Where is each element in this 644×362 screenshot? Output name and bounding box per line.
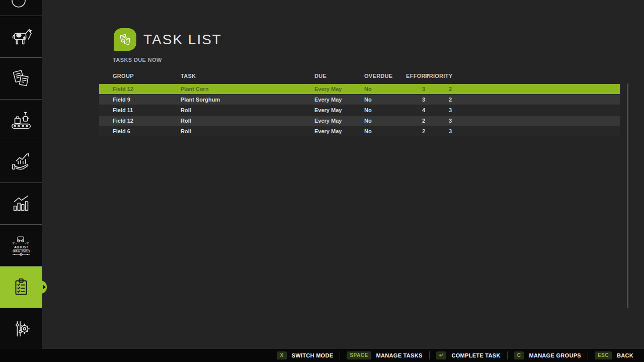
sidebar-item-contracts[interactable] — [0, 57, 42, 99]
cell-effort: 4 — [406, 107, 425, 113]
circle-icon — [0, 0, 42, 16]
key-enter-return-icon: ↵ — [436, 351, 447, 359]
cell-due: Every May — [314, 107, 364, 113]
cell-overdue: No — [364, 97, 406, 103]
selected-tab-pointer — [41, 281, 47, 294]
table-row[interactable]: Field 12 Plant Corn Every May No 3 2 — [99, 84, 620, 94]
table-row[interactable]: Field 6 Roll Every May No 2 3 — [99, 126, 620, 136]
documents-icon — [10, 67, 33, 90]
hotkey-label: SWITCH MODE — [292, 352, 334, 358]
column-header-task: TASK — [181, 73, 314, 79]
cell-effort: 3 — [406, 86, 425, 92]
task-table: GROUP TASK DUE OVERDUE EFFORT PRIORITY F… — [99, 72, 620, 137]
cell-priority: 3 — [425, 128, 452, 134]
section-label: TASKS DUE NOW — [113, 57, 162, 63]
cell-overdue: No — [364, 107, 406, 113]
column-header-overdue: OVERDUE — [364, 73, 406, 79]
table-row[interactable]: Field 9 Plant Sorghum Every May No 3 2 — [99, 95, 620, 105]
hotkey-switch-mode[interactable]: X SWITCH MODE — [270, 351, 340, 359]
sidebar-item-spray-levels[interactable]: ADJUST SPRAY LEVELS — [0, 224, 42, 266]
column-header-effort: EFFORT — [406, 73, 425, 79]
table-scrollbar[interactable] — [627, 83, 628, 308]
sidebar-item-statistics[interactable] — [0, 183, 42, 224]
key-space: SPACE — [347, 351, 371, 359]
page-title: TASK LIST — [143, 32, 222, 48]
key-x: X — [277, 351, 286, 359]
task-list-clipboard-icon — [10, 276, 33, 299]
cell-overdue: No — [364, 86, 406, 92]
cell-task: Roll — [181, 118, 314, 124]
sidebar-item-production[interactable] — [0, 99, 42, 141]
hotkey-back[interactable]: ESC BACK — [588, 351, 640, 359]
bar-chart-icon — [10, 192, 33, 215]
spray-icon-text-1: ADJUST — [14, 245, 29, 249]
column-header-due: DUE — [314, 73, 364, 79]
cell-overdue: No — [364, 118, 406, 124]
sidebar-item-top[interactable] — [0, 0, 42, 16]
spray-icon-text-2: SPRAY LEVELS — [13, 250, 30, 253]
adjust-spray-levels-icon: ADJUST SPRAY LEVELS — [9, 233, 34, 258]
cell-due: Every May — [314, 118, 364, 124]
cell-due: Every May — [314, 86, 364, 92]
cell-due: Every May — [314, 97, 364, 103]
cell-group: Field 12 — [113, 118, 181, 124]
cell-group: Field 6 — [113, 128, 181, 134]
cell-task: Plant Sorghum — [181, 97, 314, 103]
hotkey-complete-task[interactable]: ↵ COMPLETE TASK — [429, 351, 507, 359]
cell-overdue: No — [364, 128, 406, 134]
hotkey-label: MANAGE GROUPS — [529, 352, 581, 358]
cell-effort: 3 — [406, 97, 425, 103]
sidebar-item-settings[interactable] — [0, 308, 42, 349]
hotkey-label: COMPLETE TASK — [451, 352, 500, 358]
key-esc: ESC — [595, 351, 612, 359]
column-header-priority: PRIORITY — [425, 73, 452, 79]
hotkey-manage-tasks[interactable]: SPACE MANAGE TASKS — [340, 351, 429, 359]
cell-priority: 3 — [425, 118, 452, 124]
hotkey-bar: X SWITCH MODE SPACE MANAGE TASKS ↵ COMPL… — [0, 349, 644, 362]
table-header-row: GROUP TASK DUE OVERDUE EFFORT PRIORITY — [99, 72, 620, 79]
hotkey-label: MANAGE TASKS — [376, 352, 423, 358]
cell-priority: 3 — [425, 107, 452, 113]
cell-group: Field 11 — [113, 107, 181, 113]
column-header-group: GROUP — [113, 73, 181, 79]
settings-sliders-gear-icon — [10, 317, 33, 340]
table-row[interactable]: Field 12 Roll Every May No 2 3 — [99, 116, 620, 126]
cell-group: Field 12 — [113, 86, 181, 92]
cell-group: Field 9 — [113, 97, 181, 103]
cell-task: Roll — [181, 128, 314, 134]
cell-task: Roll — [181, 107, 314, 113]
cell-priority: 2 — [425, 86, 452, 92]
key-c: C — [514, 351, 524, 359]
sidebar-item-sales[interactable] — [0, 141, 42, 183]
documents-icon — [118, 32, 133, 47]
cell-due: Every May — [314, 128, 364, 134]
cow-icon — [10, 25, 33, 48]
hotkey-label: BACK — [617, 352, 633, 358]
sidebar-item-animals[interactable] — [0, 16, 42, 57]
sidebar: ADJUST SPRAY LEVELS — [0, 0, 42, 349]
cell-effort: 2 — [406, 128, 425, 134]
sales-hand-chart-icon — [10, 150, 33, 173]
sidebar-item-task-list[interactable] — [0, 266, 42, 308]
hotkey-manage-groups[interactable]: C MANAGE GROUPS — [507, 351, 588, 359]
cell-effort: 2 — [406, 118, 425, 124]
cell-task: Plant Corn — [181, 86, 314, 92]
table-body: Field 12 Plant Corn Every May No 3 2 Fie… — [99, 84, 620, 136]
production-icon — [10, 109, 33, 132]
page-header: TASK LIST — [114, 28, 222, 51]
task-list-title-icon — [114, 28, 136, 51]
cell-priority: 2 — [425, 97, 452, 103]
table-row[interactable]: Field 11 Roll Every May No 4 3 — [99, 105, 620, 115]
